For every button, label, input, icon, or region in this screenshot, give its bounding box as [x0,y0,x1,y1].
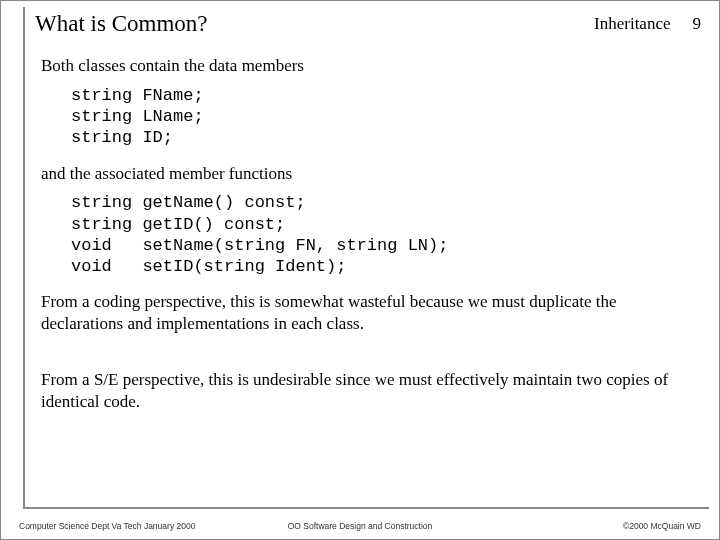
paragraph-coding: From a coding perspective, this is somew… [41,291,691,335]
code-block-members: string FName; string LName; string ID; [71,85,691,149]
slide: What is Common? Inheritance 9 Both class… [0,0,720,540]
paragraph-intro-members: Both classes contain the data members [41,55,691,77]
paragraph-se: From a S/E perspective, this is undesira… [41,369,691,413]
spacer [41,343,691,369]
slide-footer: Computer Science Dept Va Tech January 20… [19,521,701,531]
page-number: 9 [693,14,702,34]
footer-left: Computer Science Dept Va Tech January 20… [19,521,195,531]
paragraph-intro-functions: and the associated member functions [41,163,691,185]
topic-label: Inheritance [594,14,670,34]
slide-title: What is Common? [35,11,207,37]
slide-body: Both classes contain the data members st… [41,55,691,499]
slide-header: What is Common? Inheritance 9 [35,7,701,41]
footer-right: ©2000 McQuain WD [623,521,701,531]
header-right: Inheritance 9 [594,14,701,34]
code-block-functions: string getName() const; string getID() c… [71,192,691,277]
